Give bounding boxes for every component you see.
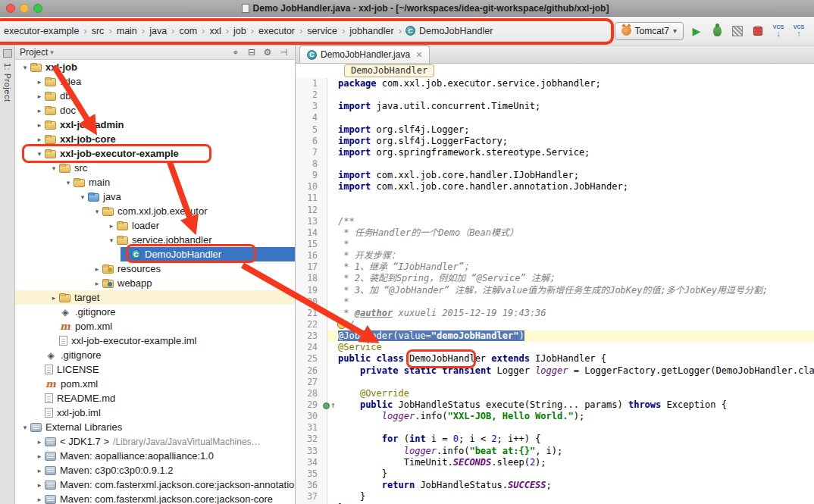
line-number[interactable]: 36: [296, 480, 318, 491]
code-line[interactable]: logger.info("beat at:{}", i);: [338, 446, 814, 457]
line-number[interactable]: 27: [296, 377, 318, 388]
settings-gear-icon[interactable]: ⚙: [261, 47, 274, 58]
collapsed-arrow-icon[interactable]: ▸: [49, 294, 59, 302]
line-number[interactable]: 16: [296, 250, 318, 261]
code-line[interactable]: import com.xxl.job.core.handler.IJobHand…: [338, 170, 814, 181]
code-line[interactable]: *: [338, 296, 814, 308]
breadcrumb-item[interactable]: java: [149, 26, 167, 36]
line-number[interactable]: 12: [296, 205, 318, 216]
code-line[interactable]: private static transient Logger logger =…: [338, 365, 814, 377]
tree-row[interactable]: ▸.idea: [15, 74, 295, 89]
override-method-icon[interactable]: ↑: [330, 399, 336, 411]
code-line[interactable]: @Service: [338, 342, 814, 353]
code-line[interactable]: /**: [338, 216, 814, 227]
line-number[interactable]: 1: [296, 78, 318, 89]
minimize-window-button[interactable]: [20, 4, 29, 13]
code-line[interactable]: [338, 377, 814, 388]
collapsed-arrow-icon[interactable]: ▸: [34, 136, 45, 143]
stop-button[interactable]: [750, 23, 765, 39]
line-number[interactable]: 5: [296, 124, 318, 136]
tree-row[interactable]: ▸resources: [15, 261, 295, 276]
line-number[interactable]: 7: [296, 147, 318, 158]
close-window-button[interactable]: [6, 4, 15, 13]
tool-window-icon[interactable]: [3, 49, 12, 58]
tree-row[interactable]: ▸webapp: [15, 276, 295, 290]
code-line[interactable]: return JobHandleStatus.SUCCESS;: [338, 480, 814, 491]
code-line[interactable]: [338, 205, 814, 216]
breadcrumb-item[interactable]: service: [306, 26, 338, 36]
tree-row[interactable]: ▸xxl-job-core: [15, 132, 295, 146]
code-lines[interactable]: package com.xxl.job.executor.service.job…: [327, 78, 814, 504]
tree-row[interactable]: ▸Maven: com.fasterxml.jackson.core:jacks…: [15, 492, 295, 504]
tree-row[interactable]: ◈.gitignore: [15, 305, 295, 319]
code-line[interactable]: *: [338, 239, 814, 250]
tree-row[interactable]: ▾External Libraries: [15, 420, 295, 434]
code-line[interactable]: import com.xxl.job.core.handler.annotati…: [338, 181, 814, 193]
run-button[interactable]: ▶: [689, 23, 704, 39]
code-line[interactable]: public class DemoJobHandler extends IJob…: [338, 353, 814, 365]
code-line[interactable]: @Override: [338, 388, 814, 399]
code-line[interactable]: [338, 112, 814, 124]
expanded-arrow-icon[interactable]: ▾: [20, 424, 30, 431]
line-number[interactable]: 28: [296, 388, 318, 399]
tree-row[interactable]: ▸doc: [15, 103, 295, 117]
line-number[interactable]: 24: [296, 342, 318, 353]
tree-row[interactable]: ▾com.xxl.job.executor: [15, 204, 295, 218]
tree-row[interactable]: LICENSE: [15, 362, 295, 377]
breadcrumb-item[interactable]: xxl: [208, 26, 221, 36]
code-line[interactable]: * 开发步骤：: [338, 250, 814, 261]
line-number[interactable]: 6: [296, 136, 318, 147]
collapsed-arrow-icon[interactable]: ▸: [92, 265, 102, 273]
editor-breadcrumb-tag[interactable]: DemoJobHandler: [344, 64, 434, 77]
tree-row[interactable]: CDemoJobHandler: [15, 247, 295, 261]
collapsed-arrow-icon[interactable]: ▸: [92, 280, 102, 287]
code-line[interactable]: [338, 158, 814, 170]
line-number[interactable]: 4: [296, 112, 318, 124]
line-number[interactable]: 9: [296, 170, 318, 181]
collapsed-arrow-icon[interactable]: ▸: [34, 78, 45, 86]
zoom-window-button[interactable]: [33, 4, 42, 13]
line-number[interactable]: 20: [296, 296, 318, 308]
line-number[interactable]: 2: [296, 89, 318, 101]
collapsed-arrow-icon[interactable]: ▸: [34, 92, 45, 100]
tree-row[interactable]: xxl-job.iml: [15, 405, 295, 420]
vcs-update-button[interactable]: VCS↓: [771, 23, 786, 39]
tree-row[interactable]: ▸xxl-job-admin: [15, 117, 295, 132]
line-number[interactable]: 18: [296, 273, 318, 284]
runnable-line-icon[interactable]: [323, 402, 330, 409]
collapsed-arrow-icon[interactable]: ▸: [34, 481, 45, 489]
expanded-arrow-icon[interactable]: ▾: [20, 64, 30, 71]
breadcrumb-item[interactable]: main: [116, 26, 138, 36]
code-line[interactable]: package com.xxl.job.executor.service.job…: [338, 78, 814, 89]
line-number[interactable]: 19: [296, 285, 318, 296]
tree-row[interactable]: xxl-job-executor-example.iml: [15, 333, 295, 348]
expanded-arrow-icon[interactable]: ▾: [63, 179, 74, 186]
code-line[interactable]: for (int i = 0; i < 2; i++) {: [338, 434, 814, 445]
code-line[interactable]: public JobHandleStatus execute(String...…: [338, 399, 814, 411]
code-line[interactable]: [338, 89, 814, 101]
code-line[interactable]: logger.info("XXL-JOB, Hello World.");: [338, 411, 814, 422]
expanded-arrow-icon[interactable]: ▾: [77, 193, 88, 201]
panel-title[interactable]: Project: [20, 47, 48, 58]
expanded-arrow-icon[interactable]: ▾: [92, 208, 102, 215]
tree-row[interactable]: ◈.gitignore: [15, 348, 295, 362]
code-line[interactable]: [338, 193, 814, 204]
code-line[interactable]: import org.springframework.stereotype.Se…: [338, 147, 814, 158]
code-line[interactable]: * 3、加 “@JobHander” 注解，注解value值为新增任务生成的Jo…: [338, 285, 814, 296]
breadcrumb-item[interactable]: executor-example: [3, 26, 80, 36]
intention-bulb-icon[interactable]: [337, 320, 346, 329]
breadcrumb-item[interactable]: job: [233, 26, 247, 36]
tree-row[interactable]: ▾xxl-job-executor-example: [15, 146, 295, 161]
vcs-commit-button[interactable]: VCS↑: [791, 23, 806, 39]
code-line[interactable]: import org.slf4j.LoggerFactory;: [338, 136, 814, 147]
line-number[interactable]: 25: [296, 353, 318, 365]
tree-row[interactable]: ▸Maven: c3p0:c3p0:0.9.1.2: [15, 463, 295, 477]
breadcrumb-item[interactable]: executor: [258, 26, 296, 36]
breadcrumb-item[interactable]: com: [178, 26, 198, 36]
collapse-all-icon[interactable]: ⊟: [245, 47, 258, 58]
line-number[interactable]: 33: [296, 446, 318, 457]
breadcrumb-item[interactable]: DemoJobHandler: [418, 26, 493, 36]
close-icon[interactable]: ×: [416, 49, 422, 61]
collapsed-arrow-icon[interactable]: ▸: [34, 121, 45, 129]
line-number[interactable]: 34: [296, 457, 318, 468]
